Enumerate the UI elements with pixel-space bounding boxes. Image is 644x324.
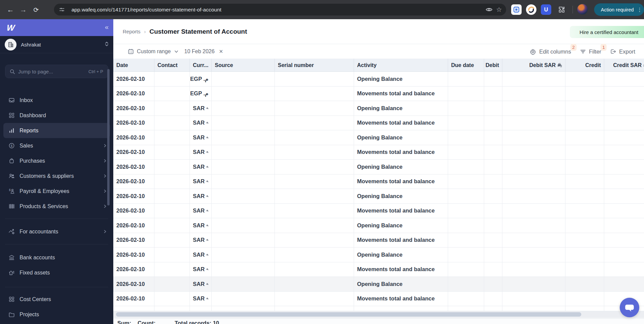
cell-credit: [565, 160, 604, 174]
cell-activity: Movements total and balance: [354, 233, 448, 248]
column-header-source[interactable]: Source: [212, 59, 275, 72]
table-row[interactable]: 2026-02-10EGP .مOpening Balance: [113, 72, 644, 87]
column-header-debit[interactable]: Debit: [484, 59, 502, 72]
sidebar-item-cost-centers[interactable]: Cost Centers: [3, 292, 110, 307]
sidebar-item-projects[interactable]: Projects: [3, 307, 110, 322]
cell-due-date: [448, 204, 484, 219]
sidebar-item-inbox[interactable]: Inbox: [3, 93, 110, 108]
accountants-icon: [8, 228, 15, 235]
column-header-activity[interactable]: Activity: [354, 59, 448, 72]
site-settings-icon[interactable]: [57, 5, 67, 15]
table-row[interactable]: 2026-02-10SAR Opening Balance: [113, 277, 644, 292]
preview-eye-icon[interactable]: [484, 5, 494, 15]
cell-serial-number: [275, 248, 354, 262]
sidebar-scrollbar[interactable]: [107, 69, 110, 205]
sidebar-item-payroll-employees[interactable]: $Payroll & Employees: [3, 184, 110, 199]
cell-activity: Movements total and balance: [354, 116, 448, 131]
table-row[interactable]: 2026-02-10SAR Movements total and balanc…: [113, 145, 644, 160]
cell-contact: [154, 116, 190, 131]
search-input[interactable]: Jump to page... Ctrl + P: [5, 65, 108, 78]
table-row[interactable]: 2026-02-10SAR Opening Balance: [113, 160, 644, 174]
table-row[interactable]: 2026-02-10SAR Opening Balance: [113, 218, 644, 233]
cell-credit: [565, 101, 604, 116]
column-header-contact[interactable]: Contact: [154, 59, 190, 72]
edit-columns-button[interactable]: Edit columns 2: [530, 48, 571, 55]
date-range-picker[interactable]: Custom range: [128, 48, 179, 55]
table-row[interactable]: 2026-02-10SAR Movements total and balanc…: [113, 204, 644, 219]
table-row[interactable]: 2026-02-10SAR Movements total and balanc…: [113, 174, 644, 189]
chevron-right-icon: [103, 174, 107, 178]
column-header-date[interactable]: Date: [113, 59, 154, 72]
sidebar-item-purchases[interactable]: Purchases: [3, 153, 110, 168]
company-selector[interactable]: Ashrakat: [0, 36, 113, 53]
cell-curr: SAR: [190, 101, 212, 116]
column-header-due-date[interactable]: Due date: [448, 59, 484, 72]
filter-button[interactable]: Filter 1: [580, 48, 602, 55]
sidebar-item-for-accountants[interactable]: For accountants: [3, 224, 110, 239]
cell-debit-sar: [502, 116, 565, 131]
sidebar-item-label: Cost Centers: [20, 296, 107, 302]
cell-serial-number: [275, 218, 354, 233]
sidebar-item-fixed-assets[interactable]: Fixed assets: [3, 265, 110, 280]
sidebar-item-customers-suppliers[interactable]: Customers & suppliers: [3, 168, 110, 184]
cell-debit-sar: [502, 262, 565, 277]
browser-refresh-icon[interactable]: ⟳: [31, 5, 41, 15]
sidebar-item-label: Customers & suppliers: [20, 173, 103, 179]
breadcrumb-reports-link[interactable]: Reports: [123, 29, 141, 34]
horizontal-scrollbar-thumb[interactable]: [116, 312, 581, 317]
sidebar-collapse-icon[interactable]: «: [105, 23, 109, 31]
table-row[interactable]: 2026-02-10SAR Movements total and balanc…: [113, 116, 644, 131]
table-row[interactable]: 2026-02-10SAR Opening Balance: [113, 248, 644, 262]
bookmark-star-icon[interactable]: ☆: [494, 5, 504, 15]
purchases-icon: [8, 158, 15, 164]
cell-due-date: [448, 72, 484, 87]
cell-curr: SAR: [190, 218, 212, 233]
browser-back-icon[interactable]: ←: [5, 5, 16, 15]
table-row[interactable]: 2026-02-10SAR Opening Balance: [113, 101, 644, 116]
cell-due-date: [448, 101, 484, 116]
profile-avatar[interactable]: [577, 4, 588, 14]
table-row[interactable]: 2026-02-10SAR Movements total and balanc…: [113, 262, 644, 277]
chat-bubble-icon: [624, 302, 635, 313]
sidebar-item-products-services[interactable]: Products & Services: [3, 199, 110, 214]
column-header-serial-number[interactable]: Serial number: [275, 59, 354, 72]
sidebar-item-dashboard[interactable]: Dashboard: [3, 108, 110, 123]
cell-date: 2026-02-10: [113, 145, 154, 160]
column-header-debit-sar[interactable]: Debit SAR: [502, 59, 565, 72]
table-row[interactable]: 2026-02-10SAR Movements total and balanc…: [113, 292, 644, 306]
kebab-menu-icon[interactable]: ⋮: [637, 7, 642, 13]
cell-activity: Opening Balance: [354, 248, 448, 262]
extension-icon-1[interactable]: [511, 4, 522, 15]
address-bar[interactable]: app.wafeq.com/c/141771/reports/customer-…: [54, 4, 506, 15]
table-row[interactable]: 2026-02-10SAR Opening Balance: [113, 189, 644, 204]
extension-icon-3[interactable]: U: [541, 4, 551, 15]
url-text[interactable]: app.wafeq.com/c/141771/reports/customer-…: [71, 7, 484, 13]
column-header-credit-sar[interactable]: Credit SAR: [604, 59, 644, 72]
date-value-chip[interactable]: 10 Feb 2026 ✕: [184, 48, 223, 55]
clear-date-icon[interactable]: ✕: [219, 48, 223, 55]
column-header-credit[interactable]: Credit: [565, 59, 604, 72]
column-header-curr[interactable]: Curr...: [190, 59, 212, 72]
company-switch-chevrons-icon[interactable]: [104, 41, 109, 48]
sidebar-item-sales[interactable]: $Sales: [3, 138, 110, 153]
sidebar-divider: [5, 219, 108, 219]
table-row[interactable]: 2026-02-10EGP .مMovements total and bala…: [113, 87, 644, 101]
table-row[interactable]: 2026-02-10SAR Movements total and balanc…: [113, 233, 644, 248]
export-button[interactable]: Export: [610, 48, 635, 55]
wafeq-logo[interactable]: W: [6, 23, 15, 33]
cell-debit-sar: [502, 218, 565, 233]
cell-credit: [565, 262, 604, 277]
page-header: Reports › Customer Statement of Account …: [113, 19, 644, 44]
sidebar-item-bank-accounts[interactable]: Bank accounts: [3, 250, 110, 265]
hire-accountant-button[interactable]: Hire a certified accountant: [570, 26, 644, 38]
browser-forward-icon[interactable]: →: [18, 5, 28, 15]
chat-widget-button[interactable]: [620, 298, 639, 317]
cell-source: [212, 174, 275, 189]
horizontal-scrollbar-track[interactable]: [113, 311, 644, 318]
extension-icon-2[interactable]: [526, 4, 536, 15]
table-row[interactable]: 2026-02-10SAR Opening Balance: [113, 130, 644, 145]
cell-due-date: [448, 233, 484, 248]
extensions-puzzle-icon[interactable]: [556, 4, 567, 15]
sidebar-item-reports[interactable]: Reports: [3, 123, 110, 138]
action-required-button[interactable]: Action required ⋮: [594, 3, 644, 16]
